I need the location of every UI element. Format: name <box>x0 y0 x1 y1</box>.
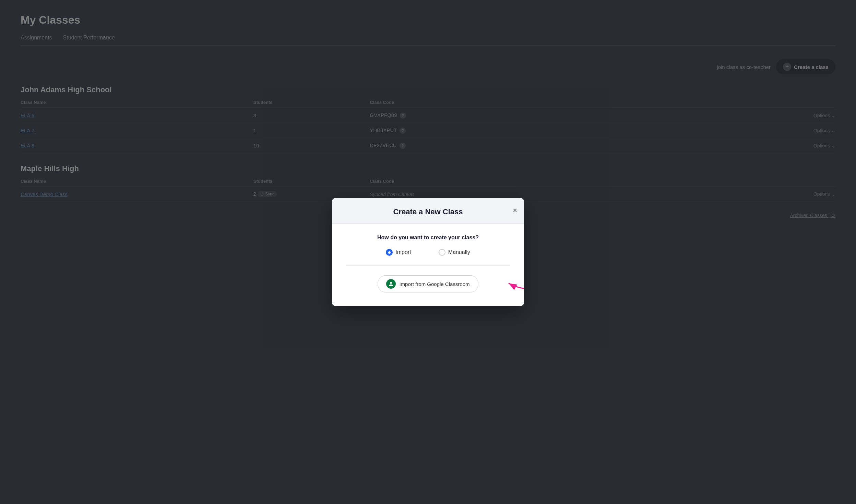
create-class-modal: Create a New Class × How do you want to … <box>332 198 524 306</box>
modal-overlay: Create a New Class × How do you want to … <box>0 0 856 504</box>
radio-manually-label: Manually <box>448 249 470 255</box>
modal-body: How do you want to create your class? Im… <box>332 224 524 306</box>
modal-title: Create a New Class <box>393 207 463 216</box>
modal-close-button[interactable]: × <box>513 207 517 214</box>
modal-question: How do you want to create your class? <box>346 235 510 241</box>
radio-circle-import <box>386 249 393 256</box>
arrow-annotation <box>503 275 524 293</box>
google-classroom-icon <box>386 279 396 289</box>
radio-import[interactable]: Import <box>386 249 411 256</box>
radio-circle-manually <box>439 249 445 256</box>
classroom-svg <box>388 281 394 287</box>
import-google-classroom-label: Import from Google Classroom <box>399 281 469 287</box>
radio-group: Import Manually <box>346 249 510 256</box>
radio-import-label: Import <box>395 249 411 255</box>
import-google-classroom-button[interactable]: Import from Google Classroom <box>378 275 478 292</box>
radio-manually[interactable]: Manually <box>439 249 470 256</box>
arrow-svg <box>503 275 524 292</box>
modal-divider <box>346 265 510 266</box>
modal-header: Create a New Class × <box>332 198 524 224</box>
import-btn-container: Import from Google Classroom <box>346 275 510 292</box>
